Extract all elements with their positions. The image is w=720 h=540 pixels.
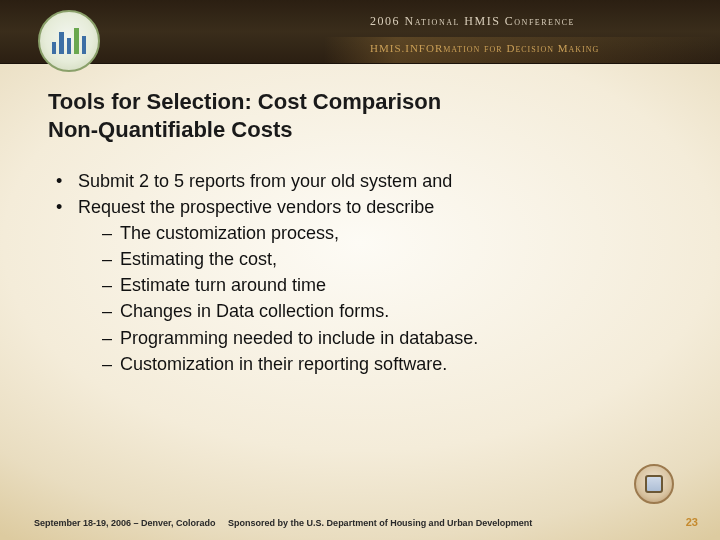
title-line-2: Non-Quantifiable Costs (48, 117, 292, 142)
bullet-item: Request the prospective vendors to descr… (50, 194, 660, 377)
sub-bullet-list: The customization process, Estimating th… (78, 220, 660, 377)
hud-seal-icon (38, 10, 100, 72)
sub-bullet-item: Changes in Data collection forms. (78, 298, 660, 324)
bullet-list: Submit 2 to 5 reports from your old syst… (50, 168, 660, 377)
sub-bullet-item: Programming needed to include in databas… (78, 325, 660, 351)
slide-footer: September 18-19, 2006 – Denver, Colorado… (0, 504, 720, 540)
footer-date-location: September 18-19, 2006 – Denver, Colorado (34, 518, 216, 528)
sub-bullet-item: Estimate turn around time (78, 272, 660, 298)
page-number: 23 (686, 516, 698, 528)
sub-bullet-item: The customization process, (78, 220, 660, 246)
footer-seal-icon (634, 464, 674, 504)
conference-tagline: HMIS.INFORmation for Decision Making (370, 42, 599, 54)
bullet-text: Request the prospective vendors to descr… (78, 197, 434, 217)
conference-title: 2006 National HMIS Conference (370, 14, 575, 29)
sub-bullet-item: Customization in their reporting softwar… (78, 351, 660, 377)
footer-sponsor: Sponsored by the U.S. Department of Hous… (228, 518, 532, 528)
title-line-1: Tools for Selection: Cost Comparison (48, 89, 441, 114)
seal-bars-icon (52, 28, 86, 54)
header-band: 2006 National HMIS Conference HMIS.INFOR… (0, 0, 720, 64)
slide: 2006 National HMIS Conference HMIS.INFOR… (0, 0, 720, 540)
slide-body: Submit 2 to 5 reports from your old syst… (50, 168, 660, 377)
slide-title: Tools for Selection: Cost Comparison Non… (48, 88, 672, 143)
sub-bullet-item: Estimating the cost, (78, 246, 660, 272)
bullet-item: Submit 2 to 5 reports from your old syst… (50, 168, 660, 194)
footer-text: September 18-19, 2006 – Denver, Colorado… (34, 518, 532, 528)
